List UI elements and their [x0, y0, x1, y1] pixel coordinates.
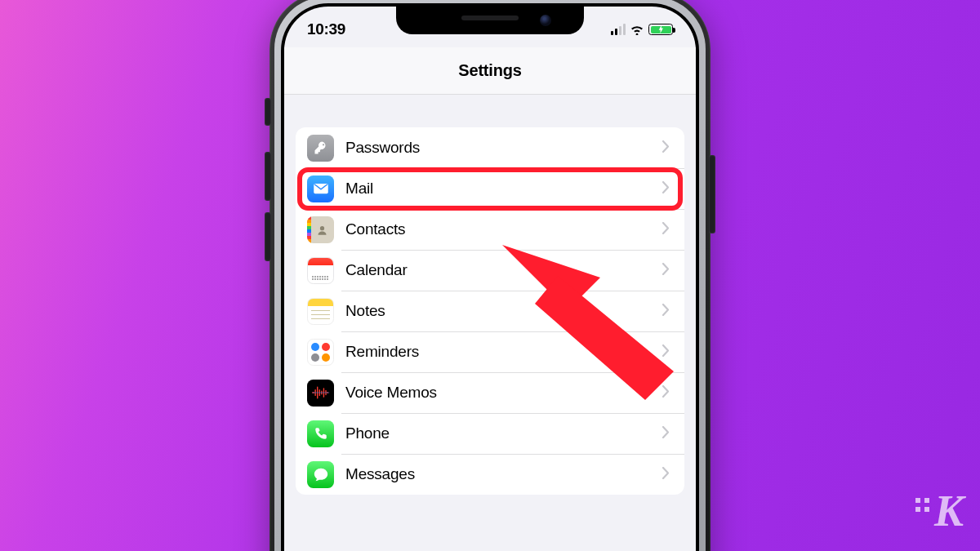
messages-icon [307, 461, 334, 488]
chevron-right-icon [662, 140, 670, 156]
wifi-icon [630, 24, 644, 35]
row-label: Phone [345, 424, 662, 442]
status-time: 10:39 [307, 20, 345, 38]
row-reminders[interactable]: Reminders [296, 331, 684, 372]
contacts-icon [307, 216, 334, 243]
side-button-volume-up [265, 152, 271, 201]
nav-header: Settings [284, 47, 696, 95]
cellular-signal-icon [611, 24, 626, 35]
chevron-right-icon [662, 263, 670, 278]
row-label: Calendar [345, 261, 662, 279]
row-label: Notes [345, 302, 662, 320]
key-icon [307, 135, 334, 162]
row-label: Mail [345, 180, 662, 198]
watermark-logo: K [915, 486, 962, 536]
row-label: Reminders [345, 343, 662, 361]
voice-memos-icon [307, 380, 334, 407]
phone-icon [307, 420, 334, 447]
side-button-silent [265, 98, 271, 126]
row-label: Messages [345, 465, 662, 483]
settings-group: Passwords Mail [296, 127, 684, 495]
watermark-letter: K [934, 486, 962, 536]
side-button-power [709, 155, 715, 233]
chevron-right-icon [662, 426, 670, 442]
notch [396, 7, 584, 34]
row-contacts[interactable]: Contacts [296, 209, 684, 250]
reminders-icon [307, 339, 334, 366]
battery-icon [648, 24, 673, 35]
row-phone[interactable]: Phone [296, 413, 684, 454]
row-mail[interactable]: Mail [296, 168, 684, 209]
row-label: Voice Memos [345, 384, 662, 402]
row-messages[interactable]: Messages [296, 454, 684, 495]
front-camera [540, 15, 551, 26]
row-label: Contacts [345, 220, 662, 238]
row-voicememos[interactable]: Voice Memos [296, 372, 684, 413]
chevron-right-icon [662, 385, 670, 401]
row-passwords[interactable]: Passwords [296, 127, 684, 168]
notes-icon [307, 298, 334, 325]
phone-screen: 10:39 Settings [284, 7, 696, 551]
row-calendar[interactable]: Calendar [296, 250, 684, 291]
speaker-grille [461, 16, 519, 20]
chevron-right-icon [662, 344, 670, 360]
row-notes[interactable]: Notes [296, 291, 684, 331]
row-label: Passwords [345, 139, 662, 157]
chevron-right-icon [662, 304, 670, 319]
phone-bezel: 10:39 Settings [281, 3, 699, 551]
chevron-right-icon [662, 467, 670, 482]
side-button-volume-down [265, 212, 271, 261]
mail-icon [307, 176, 334, 202]
chevron-right-icon [662, 181, 670, 197]
status-icons [611, 24, 673, 35]
page-title: Settings [458, 61, 521, 80]
svg-point-1 [319, 226, 323, 230]
watermark-dots-icon [915, 498, 929, 512]
phone-frame: 10:39 Settings [270, 0, 710, 551]
calendar-icon [307, 257, 334, 284]
settings-list: Passwords Mail [284, 95, 696, 495]
chevron-right-icon [662, 222, 670, 238]
